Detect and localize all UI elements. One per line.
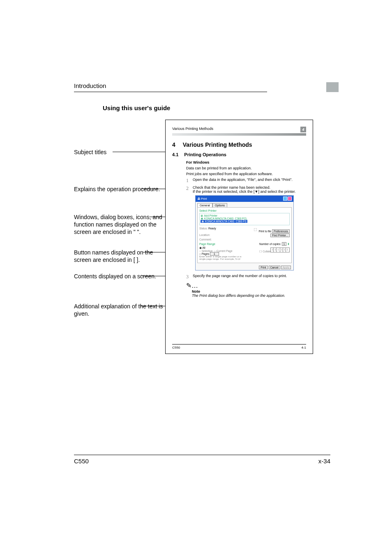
- section-title: Using this user's guide: [103, 104, 330, 111]
- note-text: The Print dialog box differs depending o…: [192, 294, 306, 298]
- step-text-3: Specify the page range and the number of…: [193, 274, 306, 280]
- btn-find-printer: Find Printer...: [270, 234, 290, 237]
- radio-pages: Pages 1: [199, 252, 244, 255]
- callout-operation-procedure: Explains the operation procedure.: [74, 185, 160, 193]
- step-text-1: Open the data in the application, "File"…: [193, 178, 306, 184]
- item-add-printer: 🗎 Add Printer: [201, 214, 288, 217]
- help-icon: [283, 197, 287, 201]
- sample-footer-page: 4-1: [301, 346, 306, 349]
- item-printer-pcl: 🖶 KONICA MINOLTA C460_C360 PCL: [201, 217, 288, 220]
- step-number-2: 2: [186, 185, 189, 194]
- sample-header-num: 4: [300, 127, 306, 132]
- chk-print-to-file: [254, 228, 257, 231]
- callout-screen-contents: Contents displayed on a screen.: [74, 273, 156, 280]
- footer-page-number: x-34: [318, 458, 330, 465]
- footer-model: C550: [74, 458, 89, 465]
- printer-list: 🗎 Add Printer 🖶 KONICA MINOLTA C460_C360…: [199, 213, 290, 225]
- radio-all: All: [199, 246, 244, 250]
- sample-header-text: Various Printing Methods: [172, 127, 213, 132]
- group-select-printer: Select Printer: [199, 209, 290, 212]
- btn-print: Print: [259, 266, 267, 269]
- callout-additional-explanation: Additional explanation of the text is gi…: [74, 303, 168, 317]
- note-heading: Note: [192, 289, 306, 294]
- sample-h1: 4Various Printing Methods: [172, 141, 306, 148]
- sample-h3: For Windows: [186, 160, 306, 164]
- sample-body-2: Print jobs are specified from the applic…: [186, 172, 306, 176]
- note-icon: ✎…: [186, 282, 306, 289]
- print-dialog: 🖶 Print GeneralOptions Select Printer 🗎 …: [195, 195, 294, 271]
- tab-options: Options: [212, 203, 227, 207]
- sample-footer-model: C550: [172, 346, 180, 349]
- tab-general: General: [197, 203, 212, 207]
- sample-h2: 4.1Printing Operations: [172, 152, 306, 157]
- step-text-2: Check that the printer name has been sel…: [193, 185, 306, 194]
- dialog-title: Print: [201, 197, 207, 200]
- sample-body-1: Data can be printed from an application.: [186, 166, 306, 170]
- sample-page-inset: Various Printing Methods 4 4Various Prin…: [165, 120, 313, 354]
- btn-cancel: Cancel: [269, 266, 280, 269]
- btn-preferences: Preferences: [272, 229, 290, 233]
- callout-subject-titles: Subject titles: [74, 148, 106, 156]
- close-icon: [288, 197, 292, 201]
- window-buttons: [283, 197, 292, 201]
- breadcrumb: Introduction: [74, 82, 330, 90]
- item-printer-ps-selected: 🖶 KONICA MINOLTA C460_C360 PS: [201, 220, 247, 223]
- step-number-3: 3: [186, 274, 189, 280]
- btn-apply: Apply: [281, 266, 291, 269]
- chapter-tab: [326, 82, 339, 92]
- step-number-1: 1: [186, 178, 189, 184]
- callout-bracketed-buttons: Button names displayed on the screen are…: [74, 249, 168, 264]
